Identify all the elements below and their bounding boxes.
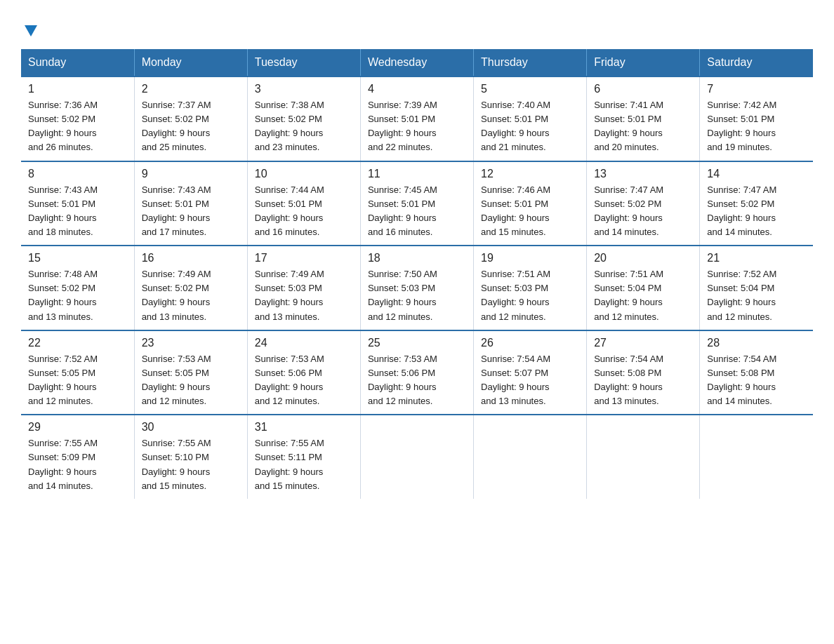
day-number: 16 [142,252,240,264]
day-number: 5 [481,83,579,95]
calendar-day-cell: 15Sunrise: 7:48 AMSunset: 5:02 PMDayligh… [21,246,134,330]
day-info: Sunrise: 7:55 AMSunset: 5:10 PMDaylight:… [142,436,240,493]
calendar-day-cell: 27Sunrise: 7:54 AMSunset: 5:08 PMDayligh… [587,330,700,415]
calendar-day-cell: 29Sunrise: 7:55 AMSunset: 5:09 PMDayligh… [21,415,134,499]
day-info: Sunrise: 7:41 AMSunset: 5:01 PMDaylight:… [594,98,692,155]
day-number: 26 [481,337,579,349]
calendar-day-cell: 9Sunrise: 7:43 AMSunset: 5:01 PMDaylight… [134,161,247,246]
calendar-week-row: 1Sunrise: 7:36 AMSunset: 5:02 PMDaylight… [21,76,813,161]
day-info: Sunrise: 7:47 AMSunset: 5:02 PMDaylight:… [707,183,806,240]
day-number: 28 [707,337,806,349]
day-number: 19 [481,252,579,264]
day-number: 31 [255,421,353,434]
day-number: 4 [368,83,466,95]
day-info: Sunrise: 7:54 AMSunset: 5:07 PMDaylight:… [481,352,579,409]
calendar-header-row: SundayMondayTuesdayWednesdayThursdayFrid… [21,49,813,76]
calendar-day-cell: 6Sunrise: 7:41 AMSunset: 5:01 PMDaylight… [587,76,700,161]
calendar-day-cell: 13Sunrise: 7:47 AMSunset: 5:02 PMDayligh… [587,161,700,246]
calendar-table: SundayMondayTuesdayWednesdayThursdayFrid… [21,49,813,499]
calendar-day-cell: 5Sunrise: 7:40 AMSunset: 5:01 PMDaylight… [474,76,587,161]
day-number: 8 [28,168,127,180]
calendar-day-cell: 17Sunrise: 7:49 AMSunset: 5:03 PMDayligh… [247,246,360,330]
calendar-day-cell: 31Sunrise: 7:55 AMSunset: 5:11 PMDayligh… [247,415,360,499]
calendar-day-cell [587,415,700,499]
calendar-day-cell: 7Sunrise: 7:42 AMSunset: 5:01 PMDaylight… [700,76,813,161]
day-number: 7 [707,83,806,95]
day-number: 1 [28,83,127,95]
day-info: Sunrise: 7:53 AMSunset: 5:06 PMDaylight:… [255,352,353,409]
day-number: 20 [594,252,692,264]
calendar-week-row: 22Sunrise: 7:52 AMSunset: 5:05 PMDayligh… [21,330,813,415]
day-info: Sunrise: 7:53 AMSunset: 5:06 PMDaylight:… [368,352,466,409]
calendar-day-cell: 23Sunrise: 7:53 AMSunset: 5:05 PMDayligh… [134,330,247,415]
day-info: Sunrise: 7:40 AMSunset: 5:01 PMDaylight:… [481,98,579,155]
day-number: 13 [594,168,692,180]
svg-marker-0 [25,25,37,36]
day-info: Sunrise: 7:43 AMSunset: 5:01 PMDaylight:… [28,183,127,240]
day-number: 18 [368,252,466,264]
day-number: 3 [255,83,353,95]
calendar-day-cell: 14Sunrise: 7:47 AMSunset: 5:02 PMDayligh… [700,161,813,246]
calendar-day-header: Saturday [700,49,813,76]
day-info: Sunrise: 7:53 AMSunset: 5:05 PMDaylight:… [142,352,240,409]
calendar-day-cell: 2Sunrise: 7:37 AMSunset: 5:02 PMDaylight… [134,76,247,161]
day-info: Sunrise: 7:52 AMSunset: 5:04 PMDaylight:… [707,267,806,324]
calendar-day-cell: 30Sunrise: 7:55 AMSunset: 5:10 PMDayligh… [134,415,247,499]
day-number: 25 [368,337,466,349]
calendar-day-cell: 8Sunrise: 7:43 AMSunset: 5:01 PMDaylight… [21,161,134,246]
day-info: Sunrise: 7:54 AMSunset: 5:08 PMDaylight:… [594,352,692,409]
calendar-day-cell: 10Sunrise: 7:44 AMSunset: 5:01 PMDayligh… [247,161,360,246]
calendar-week-row: 15Sunrise: 7:48 AMSunset: 5:02 PMDayligh… [21,246,813,330]
calendar-day-cell: 24Sunrise: 7:53 AMSunset: 5:06 PMDayligh… [247,330,360,415]
day-info: Sunrise: 7:54 AMSunset: 5:08 PMDaylight:… [707,352,806,409]
calendar-day-cell [360,415,473,499]
day-info: Sunrise: 7:43 AMSunset: 5:01 PMDaylight:… [142,183,240,240]
day-number: 12 [481,168,579,180]
calendar-day-header: Thursday [474,49,587,76]
calendar-week-row: 29Sunrise: 7:55 AMSunset: 5:09 PMDayligh… [21,415,813,499]
day-info: Sunrise: 7:37 AMSunset: 5:02 PMDaylight:… [142,98,240,155]
day-info: Sunrise: 7:36 AMSunset: 5:02 PMDaylight:… [28,98,127,155]
calendar-day-cell: 18Sunrise: 7:50 AMSunset: 5:03 PMDayligh… [360,246,473,330]
day-number: 2 [142,83,240,95]
calendar-day-header: Tuesday [247,49,360,76]
day-number: 24 [255,337,353,349]
calendar-day-cell: 19Sunrise: 7:51 AMSunset: 5:03 PMDayligh… [474,246,587,330]
page-header [21,14,813,36]
day-number: 10 [255,168,353,180]
calendar-day-cell [474,415,587,499]
day-number: 11 [368,168,466,180]
day-number: 22 [28,337,127,349]
calendar-day-cell: 21Sunrise: 7:52 AMSunset: 5:04 PMDayligh… [700,246,813,330]
calendar-day-header: Monday [134,49,247,76]
day-info: Sunrise: 7:52 AMSunset: 5:05 PMDaylight:… [28,352,127,409]
day-info: Sunrise: 7:48 AMSunset: 5:02 PMDaylight:… [28,267,127,324]
day-info: Sunrise: 7:49 AMSunset: 5:02 PMDaylight:… [142,267,240,324]
day-info: Sunrise: 7:47 AMSunset: 5:02 PMDaylight:… [594,183,692,240]
day-number: 23 [142,337,240,349]
day-info: Sunrise: 7:38 AMSunset: 5:02 PMDaylight:… [255,98,353,155]
day-number: 6 [594,83,692,95]
calendar-week-row: 8Sunrise: 7:43 AMSunset: 5:01 PMDaylight… [21,161,813,246]
calendar-day-cell: 1Sunrise: 7:36 AMSunset: 5:02 PMDaylight… [21,76,134,161]
day-info: Sunrise: 7:55 AMSunset: 5:11 PMDaylight:… [255,436,353,493]
calendar-day-header: Sunday [21,49,134,76]
day-number: 30 [142,421,240,434]
day-info: Sunrise: 7:42 AMSunset: 5:01 PMDaylight:… [707,98,806,155]
calendar-day-cell: 12Sunrise: 7:46 AMSunset: 5:01 PMDayligh… [474,161,587,246]
day-number: 14 [707,168,806,180]
calendar-day-header: Wednesday [360,49,473,76]
day-info: Sunrise: 7:45 AMSunset: 5:01 PMDaylight:… [368,183,466,240]
day-info: Sunrise: 7:50 AMSunset: 5:03 PMDaylight:… [368,267,466,324]
calendar-day-cell: 3Sunrise: 7:38 AMSunset: 5:02 PMDaylight… [247,76,360,161]
logo [21,14,39,36]
calendar-day-cell: 11Sunrise: 7:45 AMSunset: 5:01 PMDayligh… [360,161,473,246]
day-info: Sunrise: 7:51 AMSunset: 5:04 PMDaylight:… [594,267,692,324]
calendar-day-cell: 22Sunrise: 7:52 AMSunset: 5:05 PMDayligh… [21,330,134,415]
calendar-day-cell: 20Sunrise: 7:51 AMSunset: 5:04 PMDayligh… [587,246,700,330]
calendar-day-cell: 28Sunrise: 7:54 AMSunset: 5:08 PMDayligh… [700,330,813,415]
calendar-day-cell: 26Sunrise: 7:54 AMSunset: 5:07 PMDayligh… [474,330,587,415]
day-info: Sunrise: 7:44 AMSunset: 5:01 PMDaylight:… [255,183,353,240]
day-info: Sunrise: 7:39 AMSunset: 5:01 PMDaylight:… [368,98,466,155]
calendar-day-cell: 4Sunrise: 7:39 AMSunset: 5:01 PMDaylight… [360,76,473,161]
